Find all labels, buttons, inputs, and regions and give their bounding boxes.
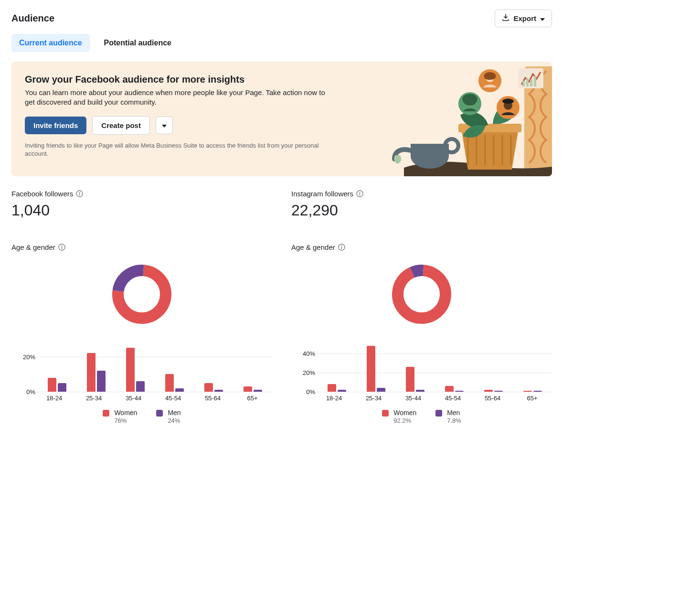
more-actions-button[interactable] [156, 117, 173, 134]
banner-note: Inviting friends to like your Page will … [25, 141, 330, 158]
y-tick: 0% [306, 388, 315, 396]
export-label: Export [513, 14, 536, 22]
women-bar [244, 386, 252, 392]
x-label: 35-44 [114, 395, 153, 402]
bar-chart: 40%20%0% [294, 339, 552, 392]
tab-potential-audience[interactable]: Potential audience [96, 34, 179, 52]
svg-point-17 [79, 192, 80, 193]
men-bar [97, 371, 106, 392]
women-bar [484, 390, 493, 392]
legend-men: Men 24% [156, 408, 180, 425]
chart-title: Age & gender [11, 243, 55, 251]
swatch-icon [435, 410, 442, 417]
x-label: 45-54 [433, 395, 473, 402]
y-tick: 20% [303, 369, 315, 376]
x-label: 65+ [233, 395, 272, 402]
x-label: 18-24 [314, 395, 354, 402]
legend-percent: 92.2% [393, 417, 416, 425]
x-label: 55-64 [473, 395, 512, 402]
men-bar [377, 388, 385, 392]
invite-friends-button[interactable]: Invite friends [25, 117, 86, 134]
create-post-button[interactable]: Create post [92, 116, 150, 135]
instagram-followers-label: Instagram followers [291, 190, 353, 198]
export-button[interactable]: Export [495, 10, 552, 27]
bar-group [116, 348, 155, 392]
men-bar [136, 381, 145, 392]
swatch-icon [382, 410, 389, 417]
chart-legend: Women 76% Men 24% [11, 408, 272, 425]
bar-group [155, 374, 194, 392]
men-bar [175, 388, 184, 392]
legend-men: Men 7.8% [435, 408, 461, 425]
bar-group [194, 383, 233, 392]
legend-women: Women 92.2% [382, 408, 416, 425]
legend-women: Women 76% [103, 408, 137, 425]
women-bar [406, 367, 414, 392]
men-bar [455, 391, 464, 392]
bar-group [233, 386, 272, 392]
download-icon [502, 14, 509, 23]
women-bar [367, 346, 375, 392]
legend-percent: 24% [168, 417, 180, 425]
legend-label: Men [168, 408, 180, 417]
y-tick: 0% [26, 388, 35, 396]
women-bar [165, 374, 174, 392]
svg-rect-24 [62, 247, 62, 249]
svg-rect-18 [79, 193, 80, 196]
women-bar [87, 353, 95, 392]
bar-group [435, 386, 474, 392]
info-icon[interactable] [58, 244, 65, 251]
x-label: 35-44 [393, 395, 433, 402]
women-bar [204, 383, 213, 392]
x-label: 45-54 [153, 395, 193, 402]
svg-point-20 [360, 192, 361, 193]
x-label: 25-34 [74, 395, 114, 402]
donut-chart [291, 261, 552, 328]
facebook-followers-value: 1,040 [11, 202, 272, 219]
bar-group [395, 367, 435, 392]
x-label: 18-24 [34, 395, 74, 402]
legend-percent: 76% [114, 417, 137, 425]
banner-description: You can learn more about your audience w… [25, 88, 330, 107]
facebook-followers-label: Facebook followers [11, 190, 73, 198]
men-bar [533, 391, 542, 392]
legend-label: Women [114, 408, 137, 417]
svg-rect-8 [411, 144, 449, 156]
legend-percent: 7.8% [447, 417, 461, 425]
bar-group [356, 346, 395, 392]
svg-point-23 [61, 246, 62, 246]
tab-current-audience[interactable]: Current audience [11, 34, 90, 52]
banner-illustration [390, 62, 552, 176]
women-bar [48, 378, 56, 392]
women-bar [523, 391, 532, 392]
women-bar [126, 348, 135, 392]
svg-rect-2 [522, 81, 525, 86]
swatch-icon [156, 410, 163, 417]
men-bar [214, 390, 223, 392]
svg-rect-5 [534, 76, 536, 86]
caret-down-icon [540, 14, 545, 22]
women-bar [445, 386, 454, 392]
swatch-icon [103, 410, 109, 417]
info-icon[interactable] [356, 190, 363, 197]
men-bar [416, 390, 424, 392]
chart-title: Age & gender [291, 243, 335, 251]
svg-rect-4 [530, 80, 532, 86]
info-icon[interactable] [76, 190, 83, 197]
bar-chart: 20%0% [14, 339, 272, 392]
x-label: 65+ [512, 395, 552, 402]
svg-point-30 [396, 269, 447, 320]
men-bar [58, 383, 66, 392]
men-bar [254, 390, 262, 392]
women-bar [328, 384, 336, 392]
y-tick: 20% [23, 353, 35, 360]
info-icon[interactable] [338, 244, 345, 251]
page-title: Audience [11, 13, 54, 24]
men-bar [494, 391, 503, 392]
y-tick: 40% [303, 350, 315, 357]
bar-group [513, 391, 552, 392]
instagram-followers-value: 22,290 [291, 202, 552, 219]
men-bar [338, 390, 346, 392]
svg-rect-3 [526, 78, 529, 86]
grow-audience-banner: Grow your Facebook audience for more ins… [11, 62, 552, 176]
